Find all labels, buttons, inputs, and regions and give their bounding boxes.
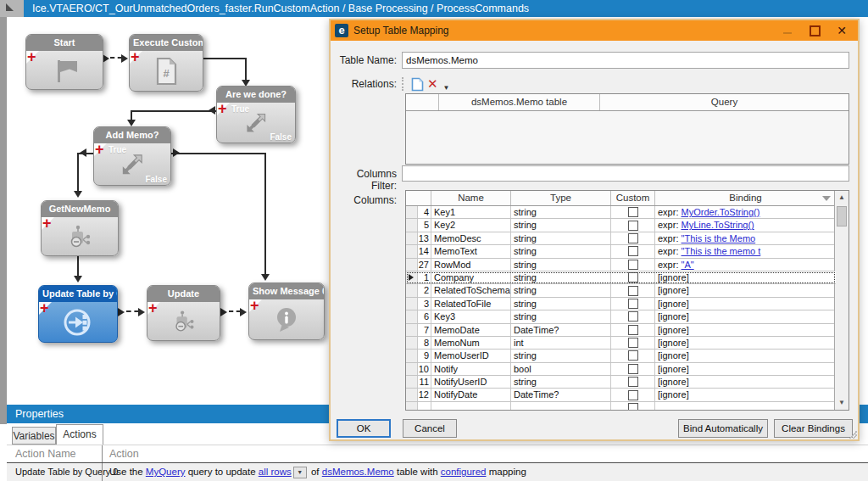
custom-checkbox[interactable] bbox=[628, 286, 638, 296]
scroll-up-button[interactable]: ▲ bbox=[835, 191, 849, 204]
columns-row[interactable]: 12NotifyDateDateTime?[ignore] bbox=[406, 389, 836, 401]
column-type-cell[interactable]: string bbox=[511, 206, 611, 218]
binding-cell[interactable]: [ignore] bbox=[655, 298, 836, 310]
custom-checkbox[interactable] bbox=[628, 311, 638, 322]
custom-cell[interactable] bbox=[611, 245, 655, 257]
scrollbar-thumb[interactable] bbox=[837, 206, 847, 227]
custom-checkbox[interactable] bbox=[628, 260, 638, 270]
action-link[interactable]: dsMemos.Memo bbox=[322, 467, 394, 477]
column-name-cell[interactable]: MemoText bbox=[431, 245, 511, 257]
column-type-cell[interactable]: string bbox=[511, 245, 611, 257]
column-type-cell[interactable]: DateTime? bbox=[511, 324, 611, 336]
custom-checkbox[interactable] bbox=[628, 390, 638, 400]
custom-cell[interactable] bbox=[611, 271, 655, 283]
column-type-cell[interactable]: string bbox=[511, 271, 611, 283]
column-type-cell[interactable]: string bbox=[511, 284, 611, 296]
columns-filter-input[interactable] bbox=[402, 165, 849, 182]
columns-row[interactable]: 8MemoNumint[ignore] bbox=[406, 337, 836, 350]
columns-binding-header[interactable]: Binding bbox=[655, 191, 836, 205]
clear-bindings-button[interactable]: Clear Bindings bbox=[774, 419, 853, 438]
tab-actions[interactable]: Actions bbox=[56, 424, 103, 445]
action-row[interactable]: Update Table by Query 0 Use the MyQuery … bbox=[7, 463, 868, 481]
binding-cell[interactable]: [ignore] bbox=[655, 389, 836, 400]
binding-expression-link[interactable]: "This is the memo t bbox=[682, 246, 761, 256]
columns-type-header[interactable]: Type bbox=[511, 191, 611, 205]
node-execute-custom-code[interactable]: Execute Custom Co + # bbox=[129, 34, 203, 92]
column-name-cell[interactable]: Notify bbox=[431, 363, 511, 375]
columns-row[interactable]: 1Companystring[ignore] bbox=[406, 271, 836, 284]
filter-funnel-icon[interactable] bbox=[822, 196, 831, 201]
column-name-cell[interactable]: MemoNum bbox=[431, 337, 511, 349]
binding-cell[interactable]: expr: "This is the memo t bbox=[655, 245, 836, 257]
custom-cell[interactable] bbox=[611, 324, 655, 336]
maximize-button[interactable] bbox=[804, 20, 826, 41]
column-name-cell[interactable]: Key3 bbox=[431, 310, 511, 322]
column-name-cell[interactable]: MemoDesc bbox=[431, 232, 511, 244]
scroll-down-button[interactable]: ▼ bbox=[835, 396, 849, 410]
custom-cell[interactable] bbox=[611, 284, 655, 296]
custom-cell[interactable] bbox=[611, 310, 655, 322]
column-type-cell[interactable]: int bbox=[511, 337, 611, 349]
columns-row[interactable]: 7MemoDateDateTime?[ignore] bbox=[406, 324, 836, 337]
columns-row[interactable]: 13MemoDescstringexpr: "This is the Memo bbox=[406, 232, 836, 245]
custom-checkbox[interactable] bbox=[628, 325, 638, 335]
binding-cell[interactable]: expr: MyOrder.ToString() bbox=[655, 206, 836, 218]
action-link[interactable]: all rows bbox=[259, 467, 292, 477]
column-name-cell[interactable]: Company bbox=[431, 271, 511, 283]
node-are-we-done[interactable]: Are we done? + True False bbox=[216, 86, 296, 143]
columns-row[interactable]: 27RowModstringexpr: "A" bbox=[406, 259, 836, 271]
column-name-cell[interactable]: NotifyDate bbox=[431, 389, 511, 400]
columns-row[interactable]: 5Key2stringexpr: MyLine.ToString() bbox=[406, 219, 836, 232]
column-name-cell[interactable] bbox=[431, 402, 511, 411]
action-link[interactable]: MyQuery bbox=[146, 467, 186, 477]
collapsed-panel-strip[interactable] bbox=[0, 0, 7, 424]
binding-cell[interactable]: [ignore] bbox=[655, 376, 836, 388]
columns-row[interactable]: 6Key3string[ignore] bbox=[406, 310, 836, 323]
binding-cell[interactable]: [ignore] bbox=[655, 284, 836, 296]
custom-cell[interactable] bbox=[611, 259, 655, 271]
custom-checkbox[interactable] bbox=[628, 272, 638, 282]
custom-checkbox[interactable] bbox=[628, 233, 638, 243]
column-type-cell[interactable]: string bbox=[511, 298, 611, 310]
column-type-cell[interactable]: string bbox=[511, 350, 611, 361]
custom-checkbox[interactable] bbox=[628, 377, 638, 387]
binding-cell[interactable]: [ignore] bbox=[655, 310, 836, 322]
table-name-input[interactable] bbox=[402, 52, 849, 69]
binding-cell[interactable]: [ignore] bbox=[655, 350, 836, 361]
custom-cell[interactable] bbox=[611, 206, 655, 218]
delete-relation-icon[interactable]: ✕ bbox=[427, 76, 438, 92]
binding-expression-link[interactable]: MyOrder.ToString() bbox=[682, 207, 760, 217]
custom-cell[interactable] bbox=[611, 363, 655, 375]
columns-scrollbar[interactable]: ▲ ▼ bbox=[834, 191, 849, 410]
dialog-titlebar[interactable]: e Setup Table Mapping ✕ bbox=[331, 20, 858, 41]
columns-row[interactable]: 10Notifybool[ignore] bbox=[406, 363, 836, 376]
relations-query-column-header[interactable]: Query bbox=[600, 94, 849, 110]
custom-cell[interactable] bbox=[611, 376, 655, 388]
binding-cell[interactable]: [ignore] bbox=[655, 337, 836, 349]
new-relation-icon[interactable] bbox=[411, 77, 424, 92]
relations-table-column-header[interactable]: dsMemos.Memo table bbox=[439, 94, 600, 110]
columns-custom-header[interactable]: Custom bbox=[611, 191, 655, 205]
columns-row[interactable]: 9MemoUserIDstring[ignore] bbox=[406, 350, 836, 362]
binding-cell[interactable]: [ignore] bbox=[655, 324, 836, 336]
node-getnewmemo[interactable]: GetNewMemo + bbox=[41, 200, 119, 256]
column-name-cell[interactable]: Key1 bbox=[431, 206, 511, 218]
column-name-cell[interactable]: RowMod bbox=[431, 259, 511, 271]
binding-cell[interactable]: [ignore] bbox=[655, 363, 836, 375]
collapse-panel-button[interactable] bbox=[0, 0, 24, 17]
column-type-cell[interactable]: string bbox=[511, 219, 611, 231]
custom-cell[interactable] bbox=[611, 219, 655, 231]
tab-variables[interactable]: Variables bbox=[12, 427, 56, 445]
custom-cell[interactable] bbox=[611, 350, 655, 361]
column-type-cell[interactable]: DateTime? bbox=[511, 389, 611, 400]
custom-cell[interactable] bbox=[611, 337, 655, 349]
columns-row[interactable]: 11NotifyUserIDstring[ignore] bbox=[406, 376, 836, 389]
all-rows-dropdown-button[interactable]: ▼ bbox=[293, 467, 307, 478]
column-name-cell[interactable]: RelatedToSchemaN bbox=[431, 284, 511, 296]
columns-row[interactable] bbox=[406, 402, 836, 411]
column-name-cell[interactable]: MemoUserID bbox=[431, 350, 511, 361]
custom-checkbox[interactable] bbox=[628, 221, 638, 231]
binding-cell[interactable]: [ignore] bbox=[655, 271, 836, 283]
column-name-cell[interactable]: RelatedToFile bbox=[431, 298, 511, 310]
binding-cell[interactable]: expr: MyLine.ToString() bbox=[655, 219, 836, 231]
